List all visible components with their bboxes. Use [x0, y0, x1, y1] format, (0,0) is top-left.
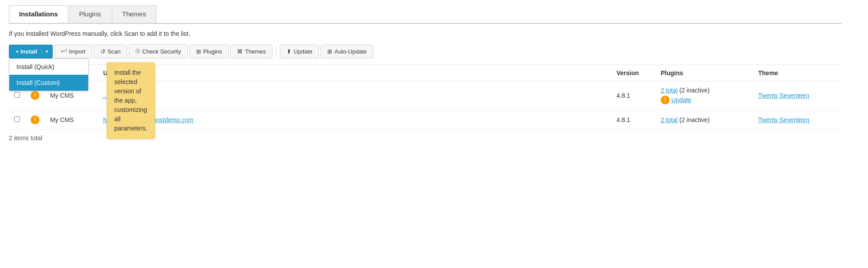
check-security-button[interactable]: ⦾ Check Security	[129, 44, 187, 58]
row2-plugins-inactive: (2 inactive)	[679, 116, 709, 123]
auto-update-icon: ⊞	[327, 48, 332, 55]
themes-button-label: Themes	[245, 48, 266, 55]
row2-theme[interactable]: Twenty Seventeen	[758, 116, 809, 123]
tab-installations-label: Installations	[19, 10, 58, 18]
row2-theme-cell: Twenty Seventeen	[753, 110, 841, 130]
row1-version-cell: 4.8.1	[611, 81, 655, 110]
row1-update-link[interactable]: Update	[671, 96, 691, 103]
import-icon: ⮠	[61, 48, 67, 55]
plugins-button[interactable]: ⊞ Plugins	[190, 45, 229, 58]
row1-status-icon: !	[31, 91, 39, 100]
row1-plugins-count[interactable]: 2 total	[661, 87, 678, 94]
install-dropdown-arrow: ▾	[42, 49, 48, 54]
tabs-container: Installations Plugins Themes	[9, 5, 841, 24]
security-icon: ⦾	[136, 48, 140, 55]
row1-plugins-inactive: (2 inactive)	[679, 87, 709, 94]
plugins-icon: ⊞	[196, 48, 201, 55]
row1-update-line: ! Update	[661, 96, 748, 104]
auto-update-button[interactable]: ⊞ Auto-Update	[321, 45, 373, 58]
install-custom-tooltip: Install the selected version of the app,…	[107, 62, 155, 139]
row2-name-cell: My CMS	[45, 110, 98, 130]
row1-theme[interactable]: Twenty Seventeen	[758, 92, 809, 99]
col-url: URL	[98, 65, 611, 81]
row2-version-cell: 4.8.1	[611, 110, 655, 130]
install-dropdown-container: + Install ▾ Install (Quick) Install (Cus…	[9, 45, 53, 58]
row1-plugins-cell: 2 total (2 inactive) ! Update	[655, 81, 753, 110]
themes-button[interactable]: ⌘ Themes	[230, 45, 272, 58]
row1-checkbox[interactable]	[14, 92, 20, 98]
scan-button[interactable]: ↺ Scan	[94, 45, 128, 58]
update-button[interactable]: ⬆ Update	[280, 45, 319, 58]
scan-button-label: Scan	[108, 48, 121, 55]
row2-plugins-cell: 2 total (2 inactive)	[655, 110, 753, 130]
auto-update-button-label: Auto-Update	[334, 48, 367, 55]
install-button-label: + Install	[16, 48, 37, 55]
row2-checkbox-cell	[9, 110, 25, 130]
row1-update-icon: !	[661, 96, 670, 104]
row1-url-cell: ...m/wordpress	[98, 81, 611, 110]
info-text: If you installed WordPress manually, cli…	[9, 24, 841, 42]
import-button[interactable]: ⮠ Import	[54, 45, 92, 58]
import-button-label: Import	[69, 48, 85, 55]
install-custom-option[interactable]: Install (Custom)	[9, 75, 88, 91]
row2-status-cell: !	[25, 110, 45, 130]
page-wrapper: Installations Plugins Themes If you inst…	[0, 0, 850, 155]
col-theme: Theme	[753, 65, 841, 81]
check-security-button-label: Check Security	[142, 48, 181, 55]
install-quick-option[interactable]: Install (Quick)	[9, 59, 88, 75]
tab-themes-label: Themes	[122, 10, 146, 18]
tab-plugins[interactable]: Plugins	[69, 5, 111, 23]
install-button[interactable]: + Install ▾	[9, 45, 53, 58]
toolbar-separator	[276, 46, 276, 57]
plugins-button-label: Plugins	[203, 48, 222, 55]
row2-name: My CMS	[50, 116, 74, 123]
row2-status-icon: !	[31, 115, 39, 124]
col-version: Version	[611, 65, 655, 81]
install-quick-label: Install (Quick)	[16, 63, 54, 70]
install-custom-label: Install (Custom)	[16, 79, 60, 86]
update-button-label: Update	[294, 48, 312, 55]
row1-theme-cell: Twenty Seventeen	[753, 81, 841, 110]
tab-themes[interactable]: Themes	[112, 5, 156, 23]
tab-plugins-label: Plugins	[79, 10, 101, 18]
row2-url-cell: http://www.wpwebhostdemo.com	[98, 110, 611, 130]
row1-plugins-info: 2 total (2 inactive)	[661, 87, 748, 94]
row1-version: 4.8.1	[616, 92, 630, 99]
toolbar: + Install ▾ Install (Quick) Install (Cus…	[9, 42, 841, 61]
row2-version: 4.8.1	[616, 116, 630, 123]
install-dropdown-menu: Install (Quick) Install (Custom) Install…	[9, 58, 89, 91]
col-plugins: Plugins	[655, 65, 753, 81]
tab-installations[interactable]: Installations	[9, 5, 68, 23]
update-icon: ⬆	[287, 48, 291, 55]
themes-icon: ⌘	[237, 48, 243, 55]
row1-name: My CMS	[50, 92, 74, 99]
row2-plugins-count[interactable]: 2 total	[661, 116, 678, 123]
scan-icon: ↺	[101, 48, 105, 55]
row2-checkbox[interactable]	[14, 116, 20, 122]
tooltip-text: Install the selected version of the app,…	[114, 69, 147, 132]
